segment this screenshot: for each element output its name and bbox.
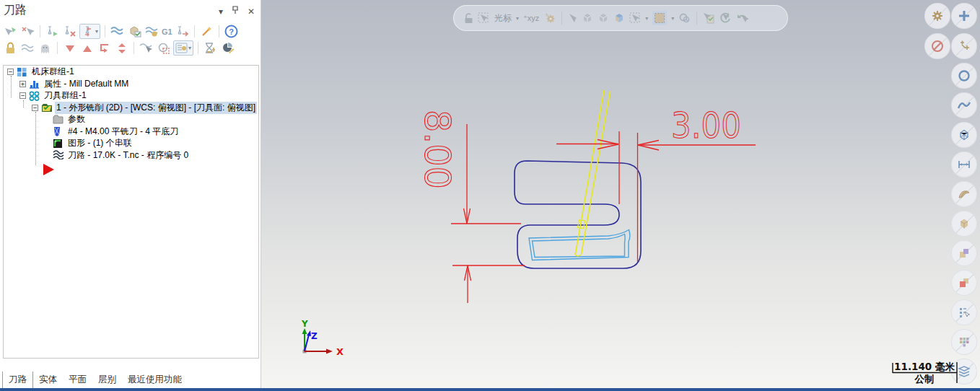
panel-dropdown-icon[interactable]: ▾ bbox=[219, 6, 223, 17]
post-process-icon[interactable] bbox=[175, 25, 190, 39]
gear-add-icon[interactable]: + bbox=[543, 12, 556, 24]
xyz-point-entry[interactable]: ⁺xyz bbox=[523, 14, 539, 23]
move-points-button[interactable] bbox=[951, 33, 977, 59]
list-select-button[interactable] bbox=[951, 299, 977, 325]
close-icon[interactable]: ✕ bbox=[248, 6, 255, 17]
tab-planes[interactable]: 平面 bbox=[63, 372, 92, 388]
select-all-operations-icon[interactable] bbox=[3, 25, 18, 39]
spline-mask-button[interactable] bbox=[951, 92, 977, 118]
toolpath-contour-inner[interactable] bbox=[533, 234, 626, 258]
tab-solids[interactable]: 实体 bbox=[33, 372, 63, 388]
insert-position-arrow[interactable] bbox=[43, 164, 54, 175]
lock-toolpath-icon[interactable] bbox=[3, 41, 18, 56]
expand-plus-icon[interactable]: + bbox=[19, 81, 26, 87]
tree-row-parameters[interactable]: 参数 bbox=[4, 114, 258, 126]
chain-geometry-icon[interactable] bbox=[156, 41, 171, 56]
options-list-dropdown[interactable]: ▾ bbox=[173, 40, 193, 56]
cube-check-icon[interactable] bbox=[582, 12, 593, 24]
batch-process-icon[interactable] bbox=[203, 41, 218, 56]
dropdown-arrow-icon: ▾ bbox=[188, 45, 191, 51]
tree-row-toolpath-file[interactable]: 刀路 - 17.0K - T.nc - 程序编号 0 bbox=[4, 149, 258, 161]
toolpath-locate-dropdown[interactable]: ▾ bbox=[79, 24, 100, 39]
toggle-toolpath-display-icon[interactable] bbox=[20, 41, 35, 56]
tree-row-tool-group[interactable]: − 刀具群组-1 bbox=[4, 90, 258, 102]
axis-z-label: Z bbox=[311, 331, 318, 341]
planes-purple-button[interactable] bbox=[951, 240, 977, 266]
tree-row-machine-group[interactable]: − 机床群组-1 bbox=[4, 66, 258, 78]
dropdown-arrow-icon[interactable]: ▾ bbox=[645, 15, 648, 22]
tool-icon bbox=[53, 126, 64, 136]
swap-order-icon[interactable] bbox=[114, 41, 129, 56]
dimension-mask-button[interactable] bbox=[951, 151, 977, 177]
axis-x-label: X bbox=[336, 346, 344, 357]
backplot-toolpath-icon[interactable] bbox=[110, 25, 125, 39]
toolpath-display-cursor-icon[interactable] bbox=[139, 41, 154, 56]
tab-recent[interactable]: 最近使用功能 bbox=[122, 372, 188, 388]
select-validate-icon[interactable] bbox=[703, 12, 715, 24]
color-grid-button[interactable] bbox=[951, 329, 977, 355]
circle-mask-button[interactable] bbox=[951, 63, 977, 89]
add-plus-button[interactable] bbox=[951, 3, 977, 29]
tree-row-tool[interactable]: #4 - M4.00 平铣刀 - 4 平底刀 bbox=[4, 126, 258, 137]
window-accent-bar bbox=[0, 388, 980, 391]
scale-value: 11.140 毫米 bbox=[894, 361, 955, 372]
part-outline[interactable] bbox=[515, 161, 641, 268]
tree-row-geometry[interactable]: 图形 - (1) 个串联 bbox=[4, 138, 258, 149]
application-window: 刀路 ▾ ✕ ▾ G1 bbox=[0, 0, 980, 391]
scale-units: 公制 bbox=[914, 373, 935, 385]
move-insert-icon[interactable] bbox=[97, 41, 112, 56]
quick-circles-icon[interactable] bbox=[678, 12, 691, 24]
deselect-all-operations-icon[interactable] bbox=[20, 25, 35, 39]
simulate-options-icon[interactable] bbox=[144, 25, 159, 39]
graphics-viewport[interactable]: 光标 ▾ ⁺xyz + ▾ ▾ bbox=[261, 0, 980, 388]
move-up-icon[interactable] bbox=[79, 41, 95, 56]
tool-axis-display bbox=[575, 90, 611, 256]
cursor-dropdown-icon[interactable]: ▾ bbox=[516, 15, 519, 22]
viewport-canvas: 8.00 3.00 Y Z X bbox=[261, 0, 980, 388]
expand-minus-icon[interactable]: − bbox=[32, 105, 38, 111]
cube-icon[interactable] bbox=[598, 12, 609, 24]
dropdown-arrow-icon[interactable]: ▾ bbox=[671, 15, 674, 22]
tree-row-properties[interactable]: + 属性 - Mill Default MM bbox=[4, 78, 258, 89]
expand-minus-icon[interactable]: − bbox=[19, 92, 26, 99]
gear-settings-button[interactable] bbox=[924, 3, 950, 29]
block-selection-button[interactable] bbox=[924, 33, 950, 59]
tab-levels[interactable]: 层别 bbox=[92, 372, 122, 388]
toolpath-toolbar-row2: ▾ bbox=[0, 40, 261, 56]
ghost-toolpath-icon[interactable] bbox=[38, 41, 53, 56]
g1-code-label[interactable]: G1 bbox=[162, 27, 172, 36]
selection-bar: 光标 ▾ ⁺xyz + ▾ ▾ bbox=[453, 5, 788, 31]
tab-toolpath[interactable]: 刀路 bbox=[2, 372, 33, 388]
expand-minus-icon[interactable]: − bbox=[7, 69, 14, 75]
invalidate-selected-icon[interactable] bbox=[62, 25, 77, 39]
toolpath-contour-outer[interactable] bbox=[529, 230, 630, 260]
edit-wand-icon[interactable] bbox=[199, 25, 214, 39]
planes-red-button[interactable] bbox=[951, 270, 977, 296]
regenerate-selected-icon[interactable] bbox=[45, 25, 60, 39]
regenerate-icon[interactable] bbox=[719, 12, 732, 24]
cube-colored-icon[interactable] bbox=[613, 12, 625, 24]
cursor-box-icon[interactable] bbox=[478, 12, 490, 24]
dropdown-arrow-icon: ▾ bbox=[95, 28, 98, 35]
dimension-8mm-label: 8.00 bbox=[416, 110, 458, 189]
select-box-dropdown-icon[interactable] bbox=[629, 12, 641, 24]
machine-group-icon bbox=[17, 67, 27, 77]
verify-solid-icon[interactable] bbox=[127, 25, 142, 39]
undo-select-icon[interactable] bbox=[736, 13, 748, 24]
wcs-gnomon: Y Z X bbox=[301, 319, 344, 357]
levels-mask-button[interactable] bbox=[951, 359, 977, 385]
move-down-icon[interactable] bbox=[62, 41, 77, 56]
wireframe-mask-button[interactable] bbox=[951, 122, 977, 148]
lock-icon[interactable] bbox=[464, 13, 473, 24]
solid-mask-button[interactable] bbox=[951, 211, 977, 237]
tree-row-operation-selected[interactable]: − 1 - 外形铣削 (2D) - [WCS: 俯视图] - [刀具面: 俯视图… bbox=[4, 102, 258, 113]
parameters-folder-icon bbox=[53, 115, 64, 125]
help-icon[interactable]: ? bbox=[224, 25, 239, 39]
select-arrow-icon[interactable] bbox=[568, 13, 577, 24]
material-edit-icon[interactable] bbox=[220, 41, 235, 56]
window-select-dropdown-icon[interactable] bbox=[652, 11, 667, 25]
pin-icon[interactable] bbox=[232, 6, 239, 17]
cursor-mode-label[interactable]: 光标 bbox=[494, 12, 512, 25]
toolpath-toolbar-row1: ▾ G1 ? bbox=[0, 23, 261, 40]
surface-mask-button[interactable] bbox=[951, 181, 977, 207]
